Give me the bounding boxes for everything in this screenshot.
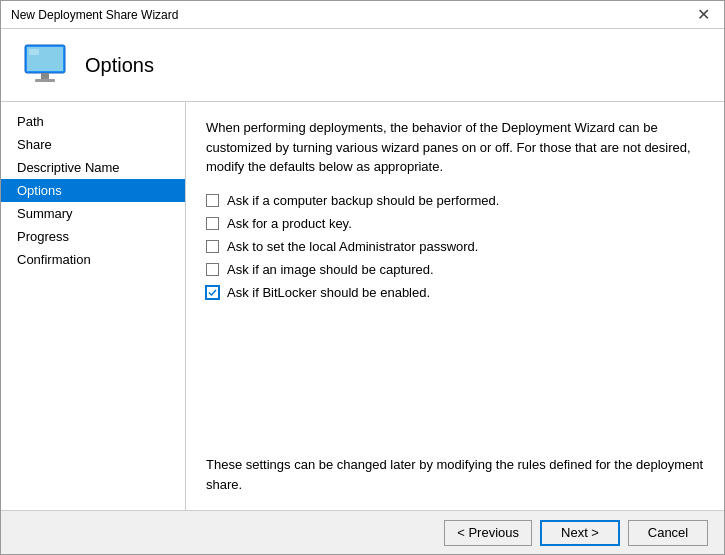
option-row-0: Ask if a computer backup should be perfo…: [206, 193, 704, 208]
description-text: When performing deployments, the behavio…: [206, 118, 704, 177]
sidebar-item-path[interactable]: Path: [1, 110, 185, 133]
content-area: Path Share Descriptive Name Options Summ…: [1, 102, 724, 510]
option-label-image-capture: Ask if an image should be captured.: [227, 262, 434, 277]
options-list: Ask if a computer backup should be perfo…: [206, 193, 704, 300]
cancel-button[interactable]: Cancel: [628, 520, 708, 546]
bottom-bar: < Previous Next > Cancel: [1, 510, 724, 554]
sidebar: Path Share Descriptive Name Options Summ…: [1, 102, 186, 510]
sidebar-item-options[interactable]: Options: [1, 179, 185, 202]
header-section: Options: [1, 29, 724, 102]
computer-icon: [21, 41, 69, 89]
option-row-2: Ask to set the local Administrator passw…: [206, 239, 704, 254]
sidebar-item-progress[interactable]: Progress: [1, 225, 185, 248]
sidebar-item-confirmation[interactable]: Confirmation: [1, 248, 185, 271]
window-title: New Deployment Share Wizard: [11, 8, 178, 22]
svg-rect-3: [35, 79, 55, 82]
close-button[interactable]: ✕: [693, 7, 714, 23]
wizard-window: New Deployment Share Wizard ✕ Options Pa…: [0, 0, 725, 555]
svg-rect-2: [41, 73, 49, 79]
option-checkbox-product-key[interactable]: [206, 217, 219, 230]
option-label-bitlocker: Ask if BitLocker should be enabled.: [227, 285, 430, 300]
svg-rect-4: [29, 49, 39, 55]
option-row-1: Ask for a product key.: [206, 216, 704, 231]
option-row-3: Ask if an image should be captured.: [206, 262, 704, 277]
next-button[interactable]: Next >: [540, 520, 620, 546]
option-checkbox-backup[interactable]: [206, 194, 219, 207]
main-content: When performing deployments, the behavio…: [186, 102, 724, 510]
option-row-4: Ask if BitLocker should be enabled.: [206, 285, 704, 300]
option-checkbox-image-capture[interactable]: [206, 263, 219, 276]
sidebar-item-summary[interactable]: Summary: [1, 202, 185, 225]
sidebar-item-descriptive-name[interactable]: Descriptive Name: [1, 156, 185, 179]
previous-button[interactable]: < Previous: [444, 520, 532, 546]
option-label-product-key: Ask for a product key.: [227, 216, 352, 231]
footer-text: These settings can be changed later by m…: [206, 455, 704, 494]
sidebar-item-share[interactable]: Share: [1, 133, 185, 156]
option-label-backup: Ask if a computer backup should be perfo…: [227, 193, 499, 208]
title-bar: New Deployment Share Wizard ✕: [1, 1, 724, 29]
option-checkbox-admin-password[interactable]: [206, 240, 219, 253]
option-checkbox-bitlocker[interactable]: [206, 286, 219, 299]
page-title: Options: [85, 54, 154, 77]
option-label-admin-password: Ask to set the local Administrator passw…: [227, 239, 478, 254]
